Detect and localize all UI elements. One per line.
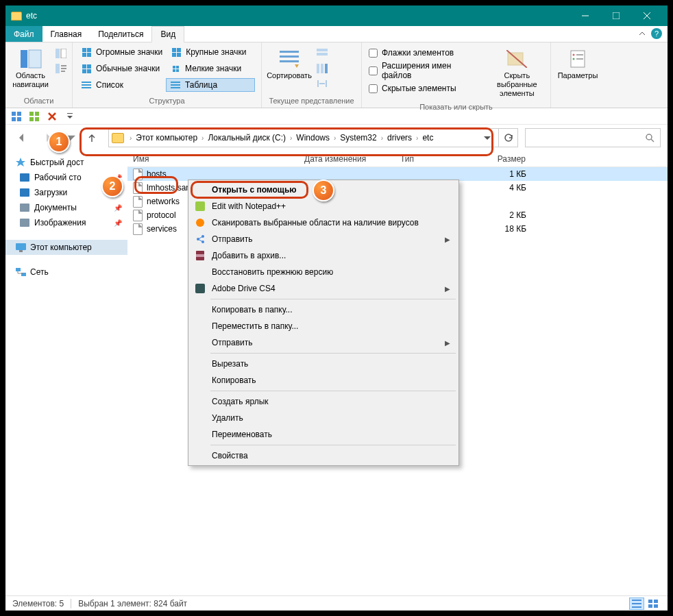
groupby-button[interactable] xyxy=(315,47,329,60)
ctx-item-8[interactable]: Копировать в папку... xyxy=(190,301,457,318)
bc-4[interactable]: drivers xyxy=(386,133,413,143)
ctx-item-6[interactable]: Adobe Drive CS4▶ xyxy=(190,280,457,297)
file-icon xyxy=(133,210,143,221)
hide-icon xyxy=(506,48,528,70)
help-icon[interactable]: ? xyxy=(651,28,662,39)
back-button[interactable] xyxy=(12,128,32,147)
ctx-item-16[interactable]: Удалить xyxy=(190,410,457,426)
ctx-item-9[interactable]: Переместить в папку... xyxy=(190,318,457,334)
up-button[interactable] xyxy=(82,128,101,147)
refresh-button[interactable] xyxy=(499,128,518,147)
bc-2[interactable]: Windows xyxy=(295,133,331,143)
badge-2: 2 xyxy=(101,175,123,197)
addcolumn-button[interactable] xyxy=(315,62,329,75)
svg-rect-0 xyxy=(613,12,620,19)
autosize-button[interactable] xyxy=(315,77,329,90)
tab-file[interactable]: Файл xyxy=(5,26,42,42)
svg-rect-30 xyxy=(35,117,39,121)
svg-rect-16 xyxy=(325,64,328,73)
ctx-item-19[interactable]: Свойства xyxy=(190,447,457,464)
svg-rect-43 xyxy=(632,606,641,608)
bc-drop[interactable] xyxy=(479,134,495,141)
status-view-details[interactable] xyxy=(629,597,644,610)
bc-5[interactable]: etc xyxy=(421,133,435,143)
layout-table[interactable]: Таблица xyxy=(166,78,255,92)
layout-small[interactable]: Мелкие значки xyxy=(166,62,255,75)
layout-large[interactable]: Крупные значки xyxy=(167,45,256,59)
bc-1[interactable]: Локальный диск (C:) xyxy=(206,133,287,143)
svg-rect-35 xyxy=(20,204,29,212)
qat-delete[interactable] xyxy=(45,110,59,123)
svg-rect-54 xyxy=(196,254,204,257)
layout-list[interactable]: Список xyxy=(77,78,166,92)
sidebar-network[interactable]: Сеть xyxy=(5,264,127,280)
context-menu: Открыть с помощьюEdit with Notepad++Скан… xyxy=(188,180,459,466)
ctx-item-17[interactable]: Переименовать xyxy=(190,426,457,443)
preview-pane-button[interactable] xyxy=(54,47,68,60)
ctx-item-3[interactable]: Отправить▶ xyxy=(190,231,457,247)
chk-extensions[interactable]: Расширения имен файлов xyxy=(366,60,485,82)
nav-pane-button[interactable]: Область навигации xyxy=(10,45,51,92)
group-label-layout: Структура xyxy=(77,95,257,105)
ctx-item-12[interactable]: Вырезать xyxy=(190,356,457,372)
svg-rect-31 xyxy=(67,113,73,114)
folder-icon xyxy=(11,12,22,21)
svg-rect-2 xyxy=(29,50,41,68)
svg-rect-14 xyxy=(317,64,319,73)
col-name[interactable]: Имя xyxy=(127,154,299,164)
ctx-item-13[interactable]: Копировать xyxy=(190,372,457,389)
col-type[interactable]: Тип xyxy=(395,154,470,164)
svg-point-19 xyxy=(573,54,575,56)
column-headers[interactable]: Имя Дата изменения Тип Размер xyxy=(127,151,668,167)
minimize-button[interactable] xyxy=(570,5,600,26)
chk-item-checkboxes[interactable]: Флажки элементов xyxy=(366,47,485,59)
collapse-ribbon-icon[interactable] xyxy=(637,29,647,38)
svg-rect-24 xyxy=(17,112,21,116)
folder-icon xyxy=(19,187,30,198)
ctx-item-10[interactable]: Отправить▶ xyxy=(190,334,457,351)
np-icon xyxy=(194,200,206,212)
layout-huge[interactable]: Огромные значки xyxy=(77,45,167,59)
sidebar: Быстрый дост Рабочий сто📌Загрузки📌Докуме… xyxy=(5,151,127,595)
svg-rect-4 xyxy=(61,49,66,58)
ribbon: Область навигации Области Огромные значк… xyxy=(5,42,668,108)
chevron-right-icon: ▶ xyxy=(445,285,450,293)
col-date[interactable]: Дата изменения xyxy=(299,154,395,164)
ctx-item-5[interactable]: Восстановить прежнюю версию xyxy=(190,264,457,280)
svg-rect-12 xyxy=(317,49,328,51)
hide-selected-button[interactable]: Скрыть выбранные элементы xyxy=(488,45,546,101)
tab-main[interactable]: Главная xyxy=(42,26,90,42)
sidebar-this-pc[interactable]: Этот компьютер xyxy=(5,240,127,255)
ctx-item-2[interactable]: Сканировать выбранные области на наличие… xyxy=(190,214,457,231)
bc-0[interactable]: Этот компьютер xyxy=(134,133,199,143)
tab-view[interactable]: Вид xyxy=(151,26,184,42)
sort-button[interactable]: Сортировать xyxy=(266,45,313,83)
close-button[interactable] xyxy=(631,5,662,26)
chk-hidden[interactable]: Скрытые элементы xyxy=(366,82,485,95)
details-pane-button[interactable] xyxy=(54,62,68,75)
layout-normal[interactable]: Обычные значки xyxy=(77,62,166,75)
sidebar-item-3[interactable]: Изображения📌 xyxy=(5,215,127,230)
svg-point-21 xyxy=(573,58,575,60)
maximize-button[interactable] xyxy=(600,5,631,26)
col-size[interactable]: Размер xyxy=(470,154,532,164)
sidebar-quick-access[interactable]: Быстрый дост xyxy=(5,155,127,170)
status-view-icons[interactable] xyxy=(646,597,661,610)
svg-rect-23 xyxy=(12,112,16,116)
search-input[interactable] xyxy=(525,128,661,147)
qat-details-view[interactable] xyxy=(27,110,41,123)
qat-dropdown[interactable] xyxy=(63,110,77,123)
tab-share[interactable]: Поделиться xyxy=(90,26,151,42)
file-row[interactable]: hosts1 КБ xyxy=(127,167,668,181)
qat-icons-view[interactable] xyxy=(10,110,23,123)
bc-3[interactable]: System32 xyxy=(339,133,378,143)
breadcrumb[interactable]: › Этот компьютер› Локальный диск (C:)› W… xyxy=(108,128,499,147)
folder-icon xyxy=(112,133,124,143)
ctx-item-4[interactable]: Добавить в архив... xyxy=(190,247,457,264)
ribbon-tabs: Файл Главная Поделиться Вид ? xyxy=(5,26,668,42)
ctx-item-15[interactable]: Создать ярлык xyxy=(190,393,457,410)
options-button[interactable]: Параметры xyxy=(555,45,600,83)
folder-icon xyxy=(19,217,30,228)
status-bar: Элементов: 5 Выбран 1 элемент: 824 байт xyxy=(5,595,668,611)
sidebar-item-2[interactable]: Документы📌 xyxy=(5,200,127,215)
